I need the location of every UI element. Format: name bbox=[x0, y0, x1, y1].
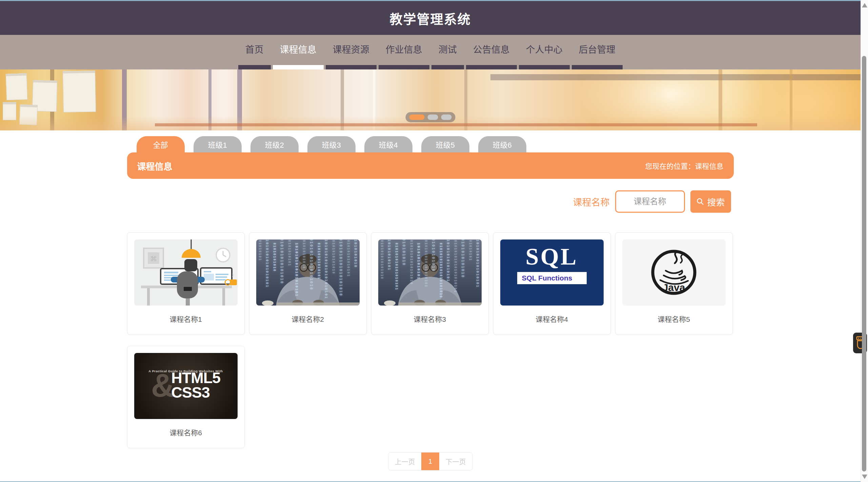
nav-underline bbox=[379, 65, 429, 69]
nav-underline bbox=[326, 65, 377, 69]
course-card-6[interactable]: A Practical Guide to Building Websites W… bbox=[127, 346, 245, 448]
course-card-4[interactable]: SQL SQL Functions 课程名称4 bbox=[493, 232, 611, 335]
course-image-java: Java bbox=[622, 239, 726, 306]
main-content: 全部 班级1 班级2 班级3 班级4 班级5 班级6 课程信息 您现在的位置：课… bbox=[127, 136, 734, 470]
banner-art-shape bbox=[155, 123, 757, 126]
course-name-input[interactable] bbox=[615, 190, 685, 213]
banner-carousel bbox=[0, 69, 861, 130]
nav-item-home[interactable]: 首页 bbox=[237, 35, 272, 69]
nav-underline bbox=[519, 65, 570, 69]
course-image-workspace: ⌘ bbox=[134, 239, 238, 306]
app-window: 教学管理系统 首页 课程信息 课程资源 作业信息 测试 bbox=[0, 0, 868, 482]
nav-underline bbox=[238, 65, 271, 69]
course-title: 课程名称3 bbox=[371, 314, 488, 324]
course-title: 课程名称4 bbox=[493, 314, 610, 324]
course-image-programmer: 0101010101010101010101010101010101010101… bbox=[378, 239, 482, 306]
css3-word: CSS3 bbox=[171, 385, 220, 400]
breadcrumb: 您现在的位置：课程信息 bbox=[645, 161, 724, 171]
tab-class-1[interactable]: 班级1 bbox=[194, 136, 242, 152]
nav-item-course-resources[interactable]: 课程资源 bbox=[325, 35, 378, 69]
main-nav: 首页 课程信息 课程资源 作业信息 测试 公告信息 个人中心 bbox=[0, 35, 861, 69]
digital-rain-texture: 0101010101010101010101010101010101010101… bbox=[378, 239, 482, 306]
course-card-5[interactable]: Java 课程名称5 bbox=[615, 232, 733, 335]
html5-word: HTML5 bbox=[171, 371, 220, 385]
course-image-programmer: 01010101011010101010101010101010101010 1… bbox=[256, 239, 360, 306]
pager-group: 上一页 1 下一页 bbox=[388, 452, 472, 470]
nav-item-test[interactable]: 测试 bbox=[430, 35, 465, 69]
course-title: 课程名称1 bbox=[127, 314, 244, 324]
tab-class-4[interactable]: 班级4 bbox=[364, 136, 412, 152]
sql-cover-title: SQL bbox=[525, 245, 578, 269]
course-card-grid: ⌘ bbox=[127, 232, 734, 448]
search-row: 课程名称 搜索 bbox=[127, 190, 734, 213]
nav-item-course-info[interactable]: 课程信息 bbox=[272, 35, 325, 69]
tab-class-5[interactable]: 班级5 bbox=[421, 136, 469, 152]
app-header: 教学管理系统 bbox=[0, 1, 861, 35]
section-title: 课程信息 bbox=[137, 160, 173, 172]
section-bar: 课程信息 您现在的位置：课程信息 bbox=[127, 152, 734, 179]
nav-item-admin[interactable]: 后台管理 bbox=[571, 35, 624, 69]
next-page-button[interactable]: 下一页 bbox=[439, 453, 472, 470]
pagination: 上一页 1 下一页 bbox=[127, 452, 734, 470]
scrollbar-up-arrow[interactable] bbox=[862, 3, 867, 7]
banner-art-shape bbox=[490, 74, 861, 80]
search-label: 课程名称 bbox=[573, 195, 610, 208]
banner-art-shape bbox=[63, 70, 96, 112]
tab-class-2[interactable]: 班级2 bbox=[250, 136, 299, 152]
nav-item-homework[interactable]: 作业信息 bbox=[378, 35, 430, 69]
current-page-button[interactable]: 1 bbox=[421, 453, 439, 470]
html-cover-main: & HTML5 CSS3 bbox=[151, 371, 220, 400]
nav-item-announcements[interactable]: 公告信息 bbox=[465, 35, 518, 69]
course-image-html5css3: A Practical Guide to Building Websites W… bbox=[134, 353, 238, 419]
tab-all[interactable]: 全部 bbox=[137, 136, 185, 152]
scrollbar-thumb[interactable] bbox=[862, 56, 866, 471]
sql-cover-subtitle: SQL Functions bbox=[517, 272, 587, 284]
nav-item-personal-center[interactable]: 个人中心 bbox=[518, 35, 571, 69]
carousel-dot-1[interactable] bbox=[409, 114, 424, 120]
banner-art-shape bbox=[6, 73, 28, 100]
digital-rain-texture: 01010101011010101010101010101010101010 1… bbox=[256, 239, 360, 306]
nav-underline bbox=[431, 65, 464, 69]
course-card-2[interactable]: 01010101011010101010101010101010101010 1… bbox=[249, 232, 367, 335]
page-title: 教学管理系统 bbox=[389, 9, 471, 27]
carousel-dot-2[interactable] bbox=[427, 114, 438, 120]
scrollbar-down-arrow[interactable] bbox=[862, 475, 867, 479]
course-image-sql: SQL SQL Functions bbox=[500, 239, 604, 306]
carousel-dot-3[interactable] bbox=[441, 114, 451, 120]
prev-page-button[interactable]: 上一页 bbox=[388, 453, 421, 470]
search-button[interactable]: 搜索 bbox=[690, 190, 731, 213]
carousel-indicator bbox=[405, 112, 455, 122]
nav-underline bbox=[273, 65, 324, 69]
class-filter-tabs: 全部 班级1 班级2 班级3 班级4 班级5 班级6 bbox=[137, 136, 734, 152]
svg-text:Java: Java bbox=[662, 282, 685, 293]
page: 教学管理系统 首页 课程信息 课程资源 作业信息 测试 bbox=[0, 1, 861, 470]
search-icon bbox=[696, 197, 704, 206]
tab-class-6[interactable]: 班级6 bbox=[478, 136, 526, 152]
course-title: 课程名称5 bbox=[615, 314, 732, 324]
course-title: 课程名称2 bbox=[249, 314, 366, 324]
course-card-1[interactable]: ⌘ bbox=[127, 232, 245, 335]
svg-text:⌘: ⌘ bbox=[150, 255, 157, 263]
java-logo-icon: Java bbox=[622, 239, 726, 306]
tab-class-3[interactable]: 班级3 bbox=[307, 136, 356, 152]
nav-underline bbox=[466, 65, 517, 69]
window-top-edge bbox=[0, 0, 868, 1]
course-title: 课程名称6 bbox=[127, 427, 244, 437]
course-card-3[interactable]: 0101010101010101010101010101010101010101… bbox=[371, 232, 489, 335]
nav-underline bbox=[572, 65, 623, 69]
nav-items: 首页 课程信息 课程资源 作业信息 测试 公告信息 个人中心 bbox=[0, 35, 861, 69]
